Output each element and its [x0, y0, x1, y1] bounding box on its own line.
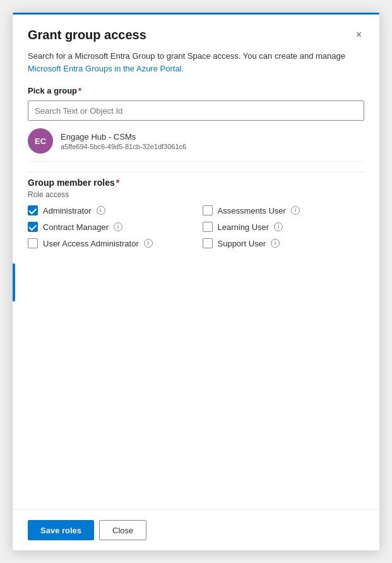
- role-label-learning-user: Learning User: [218, 222, 270, 232]
- roles-section-label: Group member roles*: [28, 178, 364, 188]
- left-accent: [13, 263, 15, 301]
- pick-group-text: Pick a group: [28, 86, 77, 95]
- save-roles-button[interactable]: Save roles: [28, 520, 94, 540]
- role-item-support-user: Support User i: [203, 238, 365, 248]
- modal-footer: Save roles Close: [13, 509, 379, 550]
- role-label-contract-manager: Contract Manager: [43, 222, 109, 232]
- info-icon-administrator[interactable]: i: [97, 206, 105, 215]
- role-label-user-access-administrator: User Access Administrator: [43, 239, 139, 248]
- grant-group-access-modal: Grant group access × Search for a Micros…: [13, 13, 379, 550]
- roles-required-star: *: [116, 178, 119, 188]
- role-item-contract-manager: Contract Manager i: [28, 222, 190, 232]
- role-label-administrator: Administrator: [43, 206, 92, 215]
- info-icon-learning-user[interactable]: i: [274, 222, 283, 231]
- checkbox-learning-user[interactable]: [203, 222, 213, 232]
- group-name: Engage Hub - CSMs: [61, 132, 186, 142]
- description-main: Search for a Microsoft Entra Group to gr…: [28, 51, 345, 61]
- required-star: *: [78, 86, 81, 95]
- modal-body: Search for a Microsoft Entra Group to gr…: [13, 50, 379, 509]
- info-icon-assessments-user[interactable]: i: [291, 206, 300, 215]
- role-item-administrator: Administrator i: [28, 205, 190, 215]
- close-footer-button[interactable]: Close: [99, 520, 146, 540]
- group-info: Engage Hub - CSMs a5ffe694-5bc6-49d5-81c…: [61, 132, 186, 150]
- checkbox-user-access-administrator[interactable]: [28, 238, 38, 248]
- roles-grid: Administrator i Assessments User i Contr…: [28, 205, 364, 248]
- role-item-user-access-administrator: User Access Administrator i: [28, 238, 190, 248]
- modal-header: Grant group access ×: [13, 15, 379, 50]
- info-icon-support-user[interactable]: i: [271, 239, 280, 248]
- divider: [28, 172, 364, 173]
- pick-group-label: Pick a group*: [28, 86, 364, 95]
- checkbox-assessments-user[interactable]: [203, 205, 213, 215]
- checkbox-support-user[interactable]: [203, 238, 213, 248]
- description-text: Search for a Microsoft Entra Group to gr…: [28, 50, 364, 75]
- info-icon-user-access-administrator[interactable]: i: [144, 239, 153, 248]
- azure-portal-link[interactable]: Microsoft Entra Groups in the Azure Port…: [28, 64, 184, 73]
- checkbox-administrator[interactable]: [28, 205, 38, 215]
- role-label-assessments-user: Assessments User: [218, 206, 286, 215]
- group-avatar: EC: [28, 128, 53, 154]
- role-item-learning-user: Learning User i: [203, 222, 365, 232]
- modal-title: Grant group access: [28, 28, 146, 42]
- role-access-label: Role access: [28, 190, 364, 199]
- close-button[interactable]: ×: [353, 27, 364, 42]
- search-input[interactable]: [28, 100, 364, 121]
- role-label-support-user: Support User: [218, 239, 266, 248]
- info-icon-contract-manager[interactable]: i: [114, 222, 122, 231]
- role-item-assessments-user: Assessments User i: [203, 205, 365, 215]
- group-item[interactable]: EC Engage Hub - CSMs a5ffe694-5bc6-49d5-…: [28, 121, 364, 162]
- group-id: a5ffe694-5bc6-49d5-81cb-32e1df3061c6: [61, 143, 186, 150]
- checkbox-contract-manager[interactable]: [28, 222, 38, 232]
- group-initials: EC: [35, 136, 46, 146]
- roles-label-text: Group member roles: [28, 178, 115, 188]
